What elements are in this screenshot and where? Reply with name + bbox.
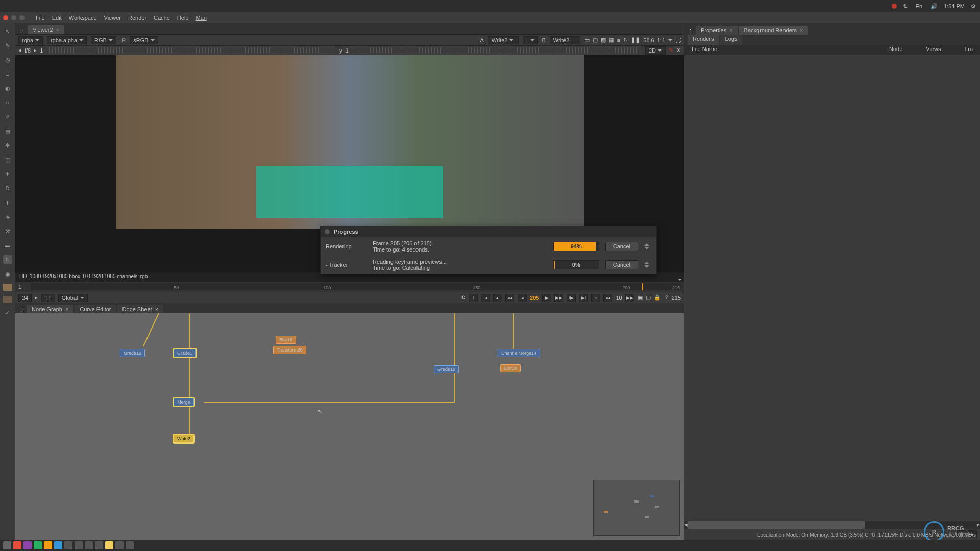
menu-viewer[interactable]: Viewer [104,15,121,21]
pencil-icon[interactable]: ✎ [669,47,673,54]
snap2-icon[interactable]: ▢ [646,294,651,301]
loop-icon[interactable]: ⟲ [461,294,465,301]
taskbar-app-icon[interactable] [44,541,52,549]
dialog-title-bar[interactable]: Progress [321,226,656,237]
menu-mari[interactable]: Mari [195,15,206,21]
playhead[interactable] [642,283,643,290]
roi-icon[interactable]: ▭ [584,37,590,43]
ruler-h[interactable] [46,47,336,54]
circle-tool-icon[interactable]: ○ [3,98,12,107]
spark-tool-icon[interactable]: ✦ [3,169,12,179]
menu-edit[interactable]: Edit [52,15,62,21]
task1-cancel-button[interactable]: Cancel [605,242,638,251]
step-fwd-button[interactable]: I▶ [567,294,576,302]
b-input-sel[interactable]: Write2 [550,36,580,44]
eyedropper-tool-icon[interactable]: ✐ [3,112,12,121]
task1-reorder[interactable] [644,243,651,249]
jump-back-button[interactable]: ◂◂ [603,294,612,302]
overlay-icon[interactable]: ▦ [609,37,614,43]
fullscreen-icon[interactable]: ⛶ [675,37,681,43]
clone-tool-icon[interactable]: ◷ [3,55,12,64]
menu-file[interactable]: File [36,15,45,21]
taskbar-app-icon[interactable] [105,541,113,549]
thumb2-icon[interactable] [3,296,12,303]
text-tool-icon[interactable]: T [3,198,12,207]
move-tool-icon[interactable]: ✥ [3,141,12,150]
viewer-tab[interactable]: Viewer2 × [28,25,64,34]
node-grade12[interactable]: Grade12 [120,349,145,357]
settings-gear-icon[interactable]: ⚙ [971,3,976,10]
panel-grip-icon[interactable]: ⋮ [18,28,26,34]
scroll-thumb[interactable] [688,521,865,529]
channel-sel-3[interactable]: RGB [91,36,116,44]
col-filename[interactable]: File Name [688,45,885,55]
sphere-tool-icon[interactable]: ◐ [3,84,12,93]
ruler-v[interactable] [352,47,642,54]
close-icon[interactable]: × [56,27,59,33]
close-icon[interactable]: × [155,306,158,312]
taskbar-app-icon[interactable] [13,541,21,549]
menu-workspace[interactable]: Workspace [69,15,97,21]
taskbar-app-icon[interactable] [115,541,124,549]
tab-nodegraph[interactable]: Node Graph× [27,305,74,313]
fstop-value[interactable]: 1 [40,47,43,54]
channel-sel-1[interactable]: rgba [18,36,43,44]
cube-tool-icon[interactable]: ◫ [3,155,12,164]
tab-properties[interactable]: Properties× [696,26,738,35]
a-input-sel[interactable]: Write2 [488,36,519,44]
taskbar-app-icon[interactable] [34,541,42,549]
lock-icon[interactable]: 🔒 [654,294,661,301]
taskbar-app-icon[interactable] [23,541,32,549]
scroll-right-icon[interactable]: ▸ [977,521,980,529]
wipe-sel[interactable]: - [523,36,538,44]
node-grade18[interactable]: Grade18 [434,365,459,373]
taskbar-app-icon[interactable] [95,541,103,549]
network-icon[interactable]: ⇅ [903,3,908,10]
prev-key-button[interactable]: I◂ [481,294,490,302]
step-back-button[interactable]: ◂I [493,294,502,302]
taskbar-app-icon[interactable] [3,541,11,549]
lang-indicator[interactable]: En [914,2,924,10]
node-blur15[interactable]: Blur15 [276,336,296,344]
view-mode-sel[interactable]: 2D [645,46,666,55]
end-frame[interactable]: 215 [672,295,681,301]
task2-cancel-button[interactable]: Cancel [605,260,638,269]
pointer-tool-icon[interactable]: ↖ [3,27,12,36]
subtab-renders[interactable]: Renders [688,35,719,45]
taskbar-app-icon[interactable] [75,541,83,549]
ip-label[interactable]: IP [120,37,126,43]
node-transform26[interactable]: Transform26 [273,346,306,354]
tt-sel[interactable]: TT [41,294,55,302]
range-sel[interactable]: Global [58,294,88,302]
taskbar-app-icon[interactable] [54,541,62,549]
menu-cache[interactable]: Cache [154,15,170,21]
d-tool-icon[interactable]: D [3,184,12,193]
check-tool-icon[interactable]: ✓ [3,308,12,317]
tag-tool-icon[interactable]: ◈ [3,212,12,221]
node-channelmerge[interactable]: ChannelMerge14 [498,349,540,357]
dialog-close-icon[interactable] [325,229,330,234]
close-icon[interactable]: × [729,27,732,33]
timeline-strip[interactable]: 50 100 150 200 215 [31,283,681,290]
globe-tool-icon[interactable]: ◉ [3,269,12,279]
tab-curveeditor[interactable]: Curve Editor [75,305,116,313]
x-icon[interactable]: ✕ [676,47,681,54]
play-fwd-button[interactable]: ▶▶ [554,294,564,302]
folder-tool-icon[interactable]: ▬ [3,241,12,250]
minimap[interactable] [593,480,680,536]
fstop-label[interactable]: f/8 [24,47,31,54]
layers-tool-icon[interactable]: ▤ [3,127,12,136]
volume-icon[interactable]: 🔊 [930,3,938,10]
zoom-value[interactable]: 58.6 [643,37,654,43]
info-collapse-icon[interactable] [678,279,682,281]
current-frame[interactable]: 205 [530,295,539,301]
taskbar-app-icon[interactable] [85,541,93,549]
menu-help[interactable]: Help [177,15,189,21]
channel-sel-2[interactable]: rgba.alpha [47,36,87,44]
col-views[interactable]: Views [922,45,945,55]
refresh-tool-icon[interactable]: ↻ [3,255,12,264]
close-icon[interactable]: × [800,27,803,33]
clock[interactable]: 1:54 PM [944,3,965,9]
close-icon[interactable]: × [65,306,68,312]
tab-dopesheet[interactable]: Dope Sheet× [117,305,164,313]
